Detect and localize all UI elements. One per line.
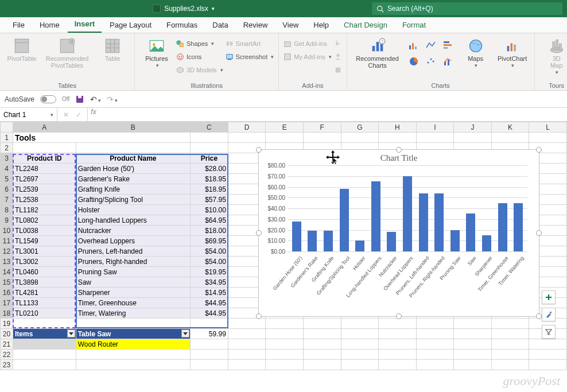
chart-styles-button[interactable] [542, 308, 556, 321]
redo-button[interactable]: ↷▾ [107, 95, 118, 104]
combo-chart-button[interactable] [440, 54, 456, 69]
chart-bar[interactable] [451, 230, 460, 251]
screenshot-icon [226, 53, 234, 61]
chart-bar[interactable] [403, 176, 412, 251]
bar-chart-button[interactable] [440, 38, 456, 53]
chart-x-label: Timer, Greenhouse [501, 253, 507, 259]
chart-bar[interactable] [498, 203, 507, 251]
svg-rect-56 [78, 96, 81, 98]
enter-icon[interactable]: ✓ [76, 111, 81, 119]
tab-insert[interactable]: Insert [68, 17, 102, 33]
svg-rect-53 [556, 40, 558, 51]
chart-bar[interactable] [482, 235, 491, 251]
chart-bar[interactable] [387, 232, 396, 251]
formula-bar-row: Chart 1▾ ✕✓ fx [0, 108, 567, 122]
visio-addin-button[interactable] [334, 64, 342, 76]
chart-bar[interactable] [355, 240, 364, 251]
chart-bar[interactable] [466, 214, 475, 251]
tab-pagelayout[interactable]: Page Layout [103, 18, 158, 33]
tab-view[interactable]: View [275, 18, 305, 33]
cube-icon [176, 66, 184, 74]
chart-bar[interactable] [434, 193, 444, 251]
svg-rect-15 [180, 43, 183, 46]
worksheet-area[interactable]: A B C DE FG HI JK L 1Tools 2 3Product ID… [0, 122, 567, 370]
formula-input[interactable] [99, 108, 567, 121]
tab-format[interactable]: Format [395, 18, 433, 33]
autosave-toggle[interactable] [40, 95, 56, 103]
pivotchart-button[interactable]: PivotChart▾ [495, 36, 530, 69]
svg-point-16 [177, 54, 184, 60]
chart-filters-button[interactable] [542, 325, 556, 339]
my-addins-button[interactable]: My Add-ins▾ [284, 51, 331, 63]
svg-marker-60 [546, 329, 552, 335]
shapes-button[interactable]: Shapes▾ [176, 38, 223, 49]
screenshot-button[interactable]: Screenshot▾ [226, 51, 274, 63]
tab-file[interactable]: File [6, 18, 32, 33]
svg-rect-59 [550, 312, 552, 313]
col-headers[interactable]: A B C DE FG HI JK L [1, 122, 567, 133]
chart-x-label: Garden Hose (50') [296, 253, 301, 259]
svg-rect-20 [226, 42, 228, 46]
chart-bar[interactable] [324, 231, 333, 251]
bing-addin-button[interactable] [334, 38, 342, 49]
tab-formulas[interactable]: Formulas [160, 18, 204, 33]
people-addin-button[interactable] [334, 51, 342, 63]
undo-button[interactable]: ↶▾ [90, 95, 101, 104]
fx-icon[interactable]: fx [88, 108, 99, 121]
svg-text:?: ? [71, 40, 73, 44]
doc-icon [153, 5, 161, 13]
pie-chart-button[interactable] [406, 54, 422, 69]
ribbon-tabs: File Home Insert Page Layout Formulas Da… [0, 17, 567, 33]
scatter-chart-button[interactable] [423, 54, 439, 69]
save-icon[interactable] [75, 95, 84, 104]
filter-button[interactable] [67, 329, 75, 337]
icons-button[interactable]: Icons [176, 51, 223, 63]
rec-pivottables-button[interactable]: ?Recommended PivotTables [41, 36, 93, 69]
line-chart-button[interactable] [423, 38, 439, 53]
maps-button[interactable]: Maps▾ [459, 36, 493, 69]
svg-point-13 [153, 43, 156, 46]
chart-bar[interactable] [371, 181, 380, 251]
svg-text:?: ? [381, 40, 383, 44]
chart-bar[interactable] [419, 193, 428, 251]
tab-data[interactable]: Data [205, 18, 235, 33]
get-addins-button[interactable]: Get Add-ins [284, 38, 331, 49]
svg-point-0 [378, 6, 382, 10]
cancel-icon[interactable]: ✕ [63, 111, 69, 119]
plus-icon [545, 293, 553, 301]
tab-review[interactable]: Review [236, 18, 275, 33]
brush-icon [545, 311, 553, 319]
chart-bar[interactable] [514, 203, 523, 251]
chart-bar[interactable] [340, 189, 349, 251]
tab-help[interactable]: Help [306, 18, 336, 33]
tab-home[interactable]: Home [33, 18, 67, 33]
table-button[interactable]: Table [95, 36, 130, 62]
search-box[interactable]: Search (Alt+Q) [372, 2, 562, 15]
svg-rect-7 [106, 39, 119, 52]
group-tables-label: Tables [5, 81, 130, 90]
smartart-button[interactable]: SmartArt [226, 38, 274, 49]
3d-map-button[interactable]: 3D Map▾ [539, 36, 567, 76]
chart-bar[interactable] [292, 222, 301, 252]
chart-type-grid [406, 36, 456, 69]
chart-plot-area[interactable]: $0.00$10.00$20.00$30.00$40.00$50.00$60.0… [288, 165, 527, 251]
rec-charts-button[interactable]: ?Recommended Charts [352, 36, 403, 69]
chart-object[interactable]: Chart Title $0.00$10.00$20.00$30.00$40.0… [258, 149, 539, 317]
column-chart-button[interactable] [406, 38, 422, 53]
name-box[interactable]: Chart 1▾ [0, 108, 57, 121]
svg-rect-30 [372, 46, 375, 51]
pivottable-button[interactable]: PivotTable [5, 36, 39, 62]
people-icon [334, 53, 342, 61]
chart-bar[interactable] [308, 231, 317, 251]
pictures-button[interactable]: Pictures▾ [139, 36, 174, 69]
select-all-corner[interactable] [1, 122, 13, 133]
group-tours-label: Tours [539, 81, 567, 90]
svg-point-44 [432, 61, 434, 63]
svg-point-47 [469, 40, 481, 52]
chart-elements-button[interactable] [542, 290, 556, 304]
quick-access-toolbar: AutoSave Off ↶▾ ↷▾ [0, 91, 567, 108]
tab-chart-design[interactable]: Chart Design [337, 18, 394, 33]
chart-x-label: Pruners, Right-handed [438, 253, 444, 259]
filter-button[interactable] [181, 329, 189, 337]
3d-models-button[interactable]: 3D Models▾ [176, 64, 223, 76]
